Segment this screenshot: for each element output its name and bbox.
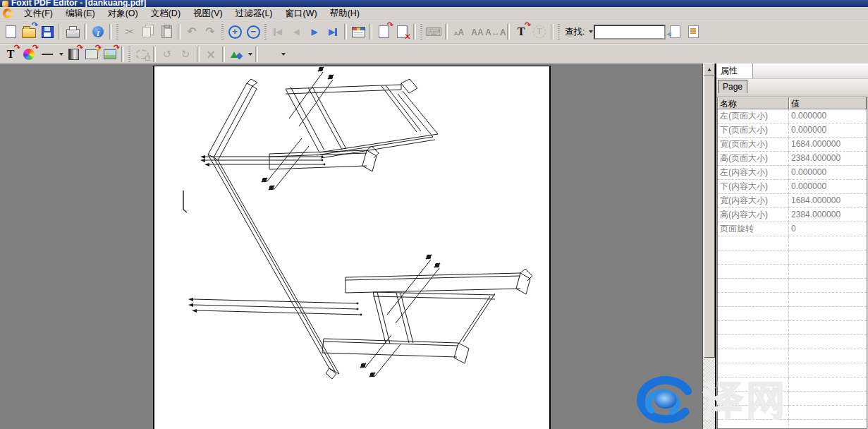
add-text-button[interactable]: T↷ xyxy=(512,23,530,40)
table-row[interactable]: 下(内容大小)0.000000 xyxy=(718,180,867,194)
align-dropdown[interactable] xyxy=(279,47,286,61)
cut-button[interactable] xyxy=(121,23,139,40)
table-row[interactable]: 左(页面大小)0.000000 xyxy=(718,109,867,123)
up-arrow-icon: ▲ xyxy=(707,66,712,73)
table-row[interactable]: 左(内容大小)0.000000 xyxy=(718,166,867,180)
toolbar-grip[interactable] xyxy=(221,24,224,40)
document-area: ▲ 属性 Page 名称 值 左(页面大小)0.000000 下(页面大小)0.… xyxy=(0,64,868,429)
properties-panel: 属性 Page 名称 值 左(页面大小)0.000000 下(页面大小)0.00… xyxy=(715,64,868,429)
empty-row xyxy=(718,349,867,363)
shapes-dropdown[interactable] xyxy=(245,47,253,61)
toolbar-grip[interactable] xyxy=(128,47,130,62)
tab-page[interactable]: Page xyxy=(718,80,747,93)
rotate-page-button[interactable]: ↷ xyxy=(374,23,393,40)
table-row[interactable]: 宽(页面大小)1684.000000 xyxy=(718,138,867,152)
find-prev-button[interactable] xyxy=(666,23,684,40)
rotate-right-button[interactable] xyxy=(176,46,195,63)
prev-page-icon: ◀ xyxy=(293,28,299,36)
empty-row xyxy=(718,335,867,349)
form-table-icon xyxy=(352,27,365,37)
char-spacing-icon: AA xyxy=(471,25,483,38)
zoom-out-icon: − xyxy=(247,25,260,39)
add-color-button[interactable]: ↷ xyxy=(20,46,38,63)
zoom-in-icon: + xyxy=(228,25,242,39)
pdf-page[interactable] xyxy=(153,66,551,429)
table-row[interactable]: 高(页面大小)2384.000000 xyxy=(718,152,867,166)
zoom-out-button[interactable]: − xyxy=(244,23,262,40)
menu-help[interactable]: 帮助(H) xyxy=(324,7,366,20)
column-header-value[interactable]: 值 xyxy=(789,97,867,109)
info-button[interactable] xyxy=(89,23,107,40)
last-page-button[interactable]: ▶ xyxy=(324,23,342,40)
menu-object[interactable]: 对象(O) xyxy=(102,7,145,20)
menu-view[interactable]: 视图(V) xyxy=(187,7,229,20)
table-row[interactable]: 宽(内容大小)1684.000000 xyxy=(718,194,867,208)
separator xyxy=(178,24,181,40)
separator xyxy=(59,24,61,40)
undo-button[interactable] xyxy=(183,23,201,40)
undo-arrow-icon xyxy=(187,26,196,37)
rotate-left-button[interactable] xyxy=(158,46,176,63)
find-next-button[interactable] xyxy=(684,23,702,40)
add-image-button[interactable]: ↷ xyxy=(101,46,119,63)
properties-title[interactable]: 属性 xyxy=(716,64,753,78)
first-page-button[interactable]: ◀ xyxy=(269,23,287,40)
new-file-icon xyxy=(6,25,16,38)
separator xyxy=(84,24,87,40)
line-style-button[interactable] xyxy=(38,46,56,63)
word-spacing-icon: A↔A xyxy=(485,25,506,38)
table-row[interactable]: 下(页面大小)0.000000 xyxy=(718,123,867,138)
page-form-button[interactable] xyxy=(349,23,367,40)
lasso-select-button[interactable] xyxy=(133,46,151,63)
table-row[interactable]: 页面旋转0 xyxy=(718,222,867,236)
prev-page-button[interactable]: ◀ xyxy=(287,23,305,40)
paste-button[interactable] xyxy=(157,23,176,40)
chevron-down-icon xyxy=(281,53,286,56)
delete-page-button[interactable]: ✕ xyxy=(393,23,411,40)
toolbar-grip[interactable] xyxy=(116,24,118,40)
column-header-name[interactable]: 名称 xyxy=(718,97,789,109)
keyboard-button[interactable] xyxy=(424,23,443,40)
save-button[interactable] xyxy=(38,23,56,40)
menu-window[interactable]: 窗口(W) xyxy=(279,7,324,20)
menu-edit[interactable]: 编辑(E) xyxy=(59,7,102,20)
toolbar-grip[interactable] xyxy=(264,24,267,40)
save-floppy-icon xyxy=(42,26,54,38)
find-next-icon xyxy=(688,25,699,38)
char-spacing-button[interactable]: AA xyxy=(468,23,487,40)
next-page-button[interactable]: ▶ xyxy=(305,23,324,40)
menu-document[interactable]: 文档(D) xyxy=(145,7,187,20)
align-objects-button[interactable] xyxy=(260,46,279,63)
gradient-fill-button[interactable]: ↷ xyxy=(64,46,82,63)
edit-image-button[interactable]: ↷ xyxy=(82,46,101,63)
word-spacing-button[interactable]: A↔A xyxy=(487,23,505,40)
print-button[interactable] xyxy=(63,23,82,40)
add-text-object-button[interactable]: T↷ xyxy=(1,46,20,63)
redo-button[interactable] xyxy=(201,23,219,40)
info-icon xyxy=(92,26,104,37)
frame-drawing[interactable] xyxy=(154,66,549,429)
text-T-icon: T xyxy=(7,48,15,61)
printer-icon xyxy=(66,29,80,38)
toolbar-grip[interactable] xyxy=(420,24,422,40)
zoom-in-button[interactable]: + xyxy=(226,23,244,40)
vertical-scrollbar[interactable]: ▲ xyxy=(702,64,715,429)
delete-object-button[interactable] xyxy=(202,46,220,63)
scrollbar-thumb[interactable] xyxy=(704,75,715,358)
scroll-up-button[interactable]: ▲ xyxy=(704,64,715,75)
menu-file[interactable]: 文件(F) xyxy=(18,7,59,20)
copy-button[interactable] xyxy=(139,23,157,40)
font-button[interactable]: AA xyxy=(450,23,468,40)
open-button[interactable] xyxy=(20,23,38,40)
toolbar-grip[interactable] xyxy=(558,24,560,40)
menu-filter[interactable]: 过滤器(L) xyxy=(229,7,279,20)
panel-tab-row: Page xyxy=(716,79,868,94)
text-circle-button[interactable]: T xyxy=(530,23,549,40)
table-row[interactable]: 高(内容大小)2384.000000 xyxy=(718,208,867,222)
empty-row xyxy=(718,363,867,377)
line-style-dropdown[interactable] xyxy=(56,47,64,61)
new-button[interactable] xyxy=(1,23,20,40)
insert-shapes-button[interactable] xyxy=(227,46,245,63)
find-options-dropdown[interactable] xyxy=(586,25,594,39)
find-input[interactable] xyxy=(594,25,666,40)
